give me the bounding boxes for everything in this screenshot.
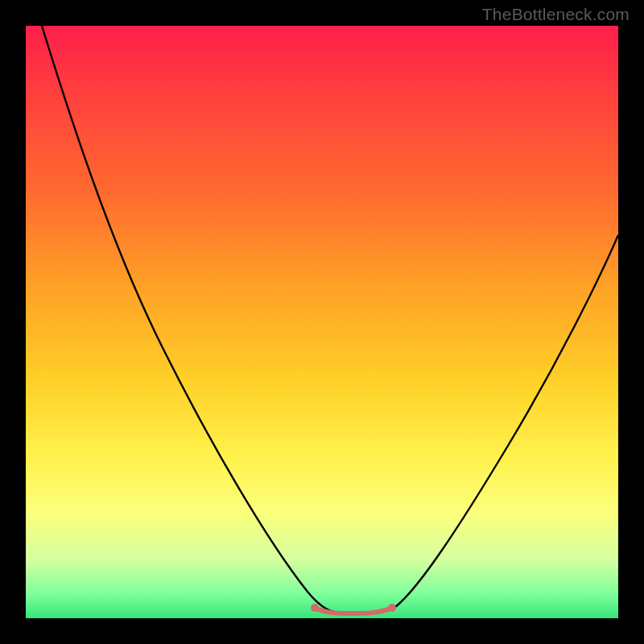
plot-area <box>26 26 618 618</box>
valley-marker-dot-left <box>311 604 319 612</box>
curve-svg <box>26 26 618 618</box>
valley-marker-dot-right <box>388 604 396 612</box>
chart-frame: TheBottleneck.com <box>0 0 644 644</box>
watermark-text: TheBottleneck.com <box>482 5 630 24</box>
main-curve <box>42 26 618 613</box>
